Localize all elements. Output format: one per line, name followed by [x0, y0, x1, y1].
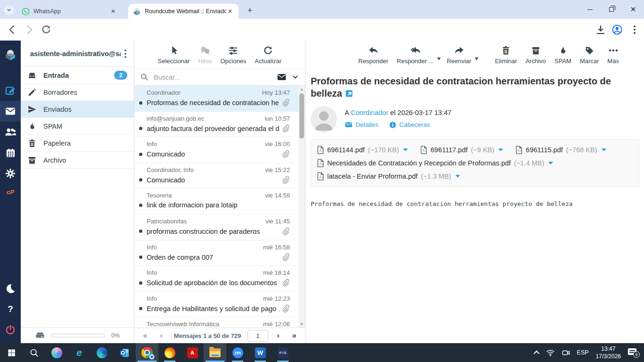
- acrobat-button[interactable]: A: [181, 343, 204, 362]
- taskbar-clock[interactable]: 13:47 17/3/2026: [592, 345, 625, 360]
- calendar-nav-button[interactable]: [0, 142, 21, 163]
- list-item[interactable]: Patriciabonifasvie 11:45 proformas const…: [134, 214, 305, 240]
- folder-borradores[interactable]: Borradores: [21, 84, 134, 101]
- archive-button[interactable]: Archivo: [522, 44, 549, 65]
- list-item[interactable]: Infomié 12:23 Entrega de Habilitantes y …: [134, 292, 305, 318]
- attachment-item[interactable]: 6961144.pdf (~170 KB): [317, 146, 408, 154]
- settings-nav-button[interactable]: [0, 163, 21, 184]
- folder-entrada[interactable]: Entrada 2: [21, 67, 134, 84]
- select-button[interactable]: Seleccionar: [155, 44, 193, 65]
- open-in-new-window-icon[interactable]: [345, 90, 353, 98]
- folder-spam[interactable]: SPAM: [21, 118, 134, 135]
- list-item[interactable]: Tesoreriavie 14:59 link de informacion p…: [134, 189, 305, 214]
- tab-roundcube[interactable]: Roundcube Webmail :: Enviados ✕: [128, 4, 239, 19]
- folder-enviados[interactable]: Enviados: [21, 101, 134, 118]
- page-number-input[interactable]: 1: [248, 330, 268, 342]
- last-page-icon[interactable]: »: [288, 331, 300, 340]
- copilot-button[interactable]: [45, 343, 68, 362]
- tray-expand-button[interactable]: [532, 343, 543, 362]
- outlook-button[interactable]: [113, 343, 136, 362]
- list-item[interactable]: CoordinadorHoy 13:47 Proformas de necesi…: [134, 86, 305, 112]
- forward-dropdown-icon[interactable]: [475, 58, 479, 60]
- word-button[interactable]: W: [249, 343, 272, 362]
- language-indicator[interactable]: ESP: [574, 343, 592, 362]
- attachment-menu-icon[interactable]: [602, 148, 606, 151]
- firefox-button[interactable]: [158, 343, 181, 362]
- browser-menu-icon[interactable]: [629, 24, 640, 35]
- internet-explorer-button[interactable]: e: [68, 343, 91, 362]
- attachment-menu-icon[interactable]: [548, 162, 553, 165]
- meet-now-button[interactable]: [558, 343, 574, 362]
- headers-link[interactable]: Cabeceras: [389, 121, 430, 129]
- mark-button[interactable]: Marcar: [577, 44, 602, 65]
- help-button[interactable]: ?: [0, 299, 21, 320]
- folder-papelera[interactable]: Papelera: [21, 135, 134, 152]
- cpanel-button[interactable]: cP: [0, 184, 21, 200]
- file-explorer-button[interactable]: [204, 343, 226, 362]
- chrome-taskbar-button[interactable]: [136, 343, 158, 362]
- attachment-item[interactable]: Necesidades de Contratación y Recepción …: [317, 159, 553, 167]
- attachment-item[interactable]: latacela - Enviar Proforma.pdf (~1.3 MB): [317, 172, 460, 181]
- options-button[interactable]: Opciones: [217, 44, 249, 65]
- tab-whatsapp[interactable]: WhatsApp ✕: [17, 4, 122, 19]
- first-page-icon[interactable]: «: [139, 331, 151, 340]
- window-restore-button[interactable]: [601, 0, 622, 19]
- prev-page-icon[interactable]: ‹: [155, 331, 167, 340]
- reply-all-dropdown-icon[interactable]: [437, 58, 441, 60]
- attachment-menu-icon[interactable]: [455, 175, 460, 178]
- search-scope-mail-icon[interactable]: [277, 72, 287, 82]
- edge-button[interactable]: [91, 343, 113, 362]
- list-scrollbar[interactable]: ▲ ▼: [298, 86, 305, 328]
- more-button[interactable]: Más: [604, 44, 622, 65]
- window-minimize-button[interactable]: [579, 0, 601, 19]
- zoom-button[interactable]: zm: [226, 343, 249, 362]
- list-item[interactable]: Infomié 16:14 Solicitud de aprobación de…: [134, 266, 305, 292]
- reply-all-button[interactable]: Responder ...: [394, 44, 437, 65]
- reply-button[interactable]: Responder: [355, 44, 392, 65]
- attachment-item[interactable]: 6961115.pdf (~768 KB): [515, 146, 606, 154]
- list-item[interactable]: Infomié 16:58 Orden de compra 007: [134, 240, 305, 266]
- dark-mode-button[interactable]: [0, 278, 21, 299]
- forward-button[interactable]: Reenviar: [444, 44, 475, 65]
- reload-icon[interactable]: [41, 24, 52, 35]
- delete-button[interactable]: Eliminar: [492, 44, 520, 65]
- search-input[interactable]: [154, 74, 272, 81]
- new-tab-button[interactable]: +: [244, 5, 256, 16]
- recipient-link[interactable]: Coordinador: [351, 109, 388, 116]
- forward-icon[interactable]: [24, 24, 35, 35]
- downloads-icon[interactable]: [595, 24, 606, 35]
- back-icon[interactable]: [7, 24, 18, 35]
- taskbar-search-button[interactable]: [23, 343, 45, 362]
- mail-nav-button[interactable]: [0, 101, 21, 122]
- refresh-button[interactable]: Actualizar: [251, 44, 285, 65]
- list-item[interactable]: info@sanjuan.gob.eclun 10:57 adjunto fac…: [134, 112, 305, 138]
- scrollbar-thumb[interactable]: [299, 93, 304, 139]
- account-menu-icon[interactable]: [121, 49, 130, 58]
- profile-icon[interactable]: [611, 24, 623, 35]
- search-options-chevron-icon[interactable]: [291, 73, 299, 81]
- start-button[interactable]: [0, 343, 23, 362]
- attachment-menu-icon[interactable]: [498, 148, 503, 151]
- notifications-button[interactable]: 6: [625, 343, 644, 362]
- list-item[interactable]: Infovie 16:00 Comunicado: [134, 137, 305, 163]
- attachment-menu-icon[interactable]: [403, 148, 408, 151]
- tab-search-button[interactable]: [4, 5, 14, 15]
- close-tab-icon[interactable]: ✕: [226, 8, 234, 15]
- compose-button[interactable]: [0, 80, 21, 101]
- close-tab-icon[interactable]: ✕: [109, 8, 117, 15]
- list-item[interactable]: Tecnoserviweb Informáticamié 12:06: [134, 317, 305, 328]
- window-close-button[interactable]: ✕: [622, 0, 644, 19]
- details-link[interactable]: Detalles: [345, 121, 379, 129]
- list-item[interactable]: Coordinador, Infovie 15:22 Comunicado: [134, 163, 305, 189]
- network-button[interactable]: [543, 343, 558, 362]
- spam-button[interactable]: SPAM: [551, 44, 575, 65]
- fes-app-button[interactable]: F≡S: [272, 343, 294, 362]
- scroll-up-icon[interactable]: ▲: [298, 87, 305, 91]
- attachment-item[interactable]: 6961117.pdf (~9 KB): [420, 146, 503, 154]
- scroll-down-icon[interactable]: ▼: [298, 322, 305, 327]
- folder-archivo[interactable]: Archivo: [21, 152, 134, 169]
- next-page-icon[interactable]: ›: [272, 331, 284, 340]
- contacts-nav-button[interactable]: [0, 122, 21, 142]
- threads-button[interactable]: Hilos: [195, 44, 215, 65]
- logout-button[interactable]: [0, 320, 21, 340]
